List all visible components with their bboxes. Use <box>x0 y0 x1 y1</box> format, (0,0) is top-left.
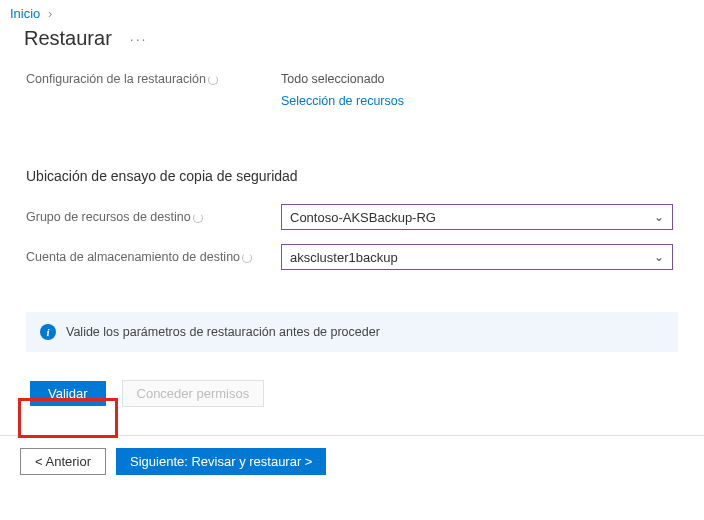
target-rg-label: Grupo de recursos de destino <box>26 210 281 224</box>
target-storage-row: Cuenta de almacenamiento de destino aksc… <box>26 244 678 270</box>
restore-config-label: Configuración de la restauración <box>26 72 281 108</box>
title-row: Restaurar ··· <box>0 21 704 54</box>
staging-heading: Ubicación de ensayo de copia de segurida… <box>26 168 678 184</box>
target-storage-select[interactable]: akscluster1backup ⌄ <box>281 244 673 270</box>
page-title: Restaurar <box>24 27 112 50</box>
info-icon: i <box>40 324 56 340</box>
grant-permissions-button: Conceder permisos <box>122 380 265 407</box>
banner-text: Valide los parámetros de restauración an… <box>66 325 380 339</box>
target-storage-value: akscluster1backup <box>290 250 398 265</box>
restore-config-value-group: Todo seleccionado Selección de recursos <box>281 72 404 108</box>
spinner-icon <box>208 75 218 85</box>
target-rg-select[interactable]: Contoso-AKSBackup-RG ⌄ <box>281 204 673 230</box>
spinner-icon <box>193 213 203 223</box>
chevron-right-icon: › <box>48 6 52 21</box>
breadcrumb: Inicio › <box>0 0 704 21</box>
breadcrumb-home-link[interactable]: Inicio <box>10 6 40 21</box>
target-rg-row: Grupo de recursos de destino Contoso-AKS… <box>26 204 678 230</box>
restore-config-value: Todo seleccionado <box>281 72 404 86</box>
restore-config-row: Configuración de la restauración Todo se… <box>0 54 704 108</box>
validate-row: Validar Conceder permisos <box>0 352 704 407</box>
target-rg-value: Contoso-AKSBackup-RG <box>290 210 436 225</box>
chevron-down-icon: ⌄ <box>654 210 664 224</box>
staging-section: Ubicación de ensayo de copia de segurida… <box>0 108 704 270</box>
spinner-icon <box>242 253 252 263</box>
next-button[interactable]: Siguiente: Revisar y restaurar > <box>116 448 326 475</box>
footer-buttons: < Anterior Siguiente: Revisar y restaura… <box>0 436 704 475</box>
chevron-down-icon: ⌄ <box>654 250 664 264</box>
more-actions-icon[interactable]: ··· <box>130 31 148 47</box>
validate-button[interactable]: Validar <box>30 381 106 406</box>
validate-info-banner: i Valide los parámetros de restauración … <box>26 312 678 352</box>
resource-selection-link[interactable]: Selección de recursos <box>281 94 404 108</box>
target-storage-label: Cuenta de almacenamiento de destino <box>26 250 281 264</box>
previous-button[interactable]: < Anterior <box>20 448 106 475</box>
